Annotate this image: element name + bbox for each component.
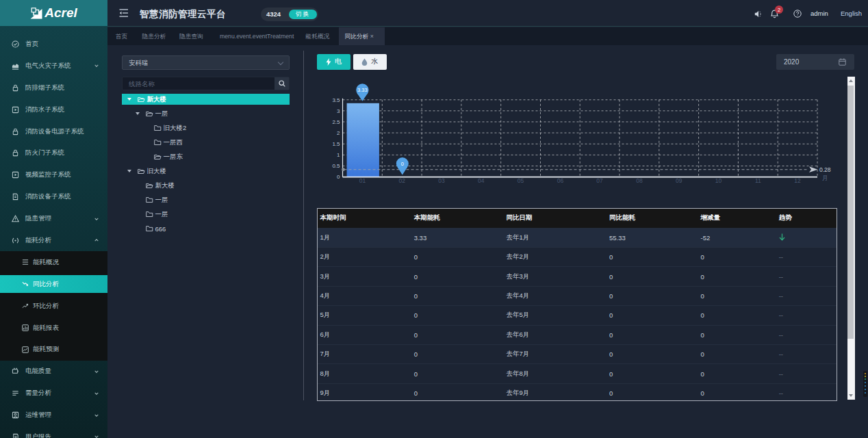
svg-text:月: 月 — [822, 175, 828, 181]
svg-text:3.5: 3.5 — [332, 97, 340, 103]
svg-text:3.33: 3.33 — [357, 87, 368, 93]
svg-text:11: 11 — [755, 177, 761, 184]
svg-text:0: 0 — [337, 174, 340, 180]
svg-text:2.5: 2.5 — [332, 119, 340, 125]
svg-text:10: 10 — [715, 177, 722, 184]
svg-text:0.28: 0.28 — [819, 166, 831, 173]
svg-text:1: 1 — [337, 152, 340, 158]
svg-text:02: 02 — [398, 177, 405, 184]
svg-text:07: 07 — [596, 177, 603, 184]
svg-text:03: 03 — [438, 177, 445, 184]
svg-text:2: 2 — [337, 130, 340, 136]
svg-text:12: 12 — [794, 177, 801, 184]
svg-text:04: 04 — [478, 177, 485, 184]
svg-text:05: 05 — [518, 177, 524, 184]
svg-text:0.5: 0.5 — [332, 163, 340, 169]
svg-text:06: 06 — [557, 177, 564, 184]
svg-text:1.5: 1.5 — [332, 141, 340, 147]
svg-text:09: 09 — [676, 177, 682, 184]
svg-text:3: 3 — [337, 108, 340, 114]
svg-text:01: 01 — [359, 177, 366, 184]
svg-text:08: 08 — [636, 177, 643, 184]
svg-text:0: 0 — [401, 161, 404, 167]
